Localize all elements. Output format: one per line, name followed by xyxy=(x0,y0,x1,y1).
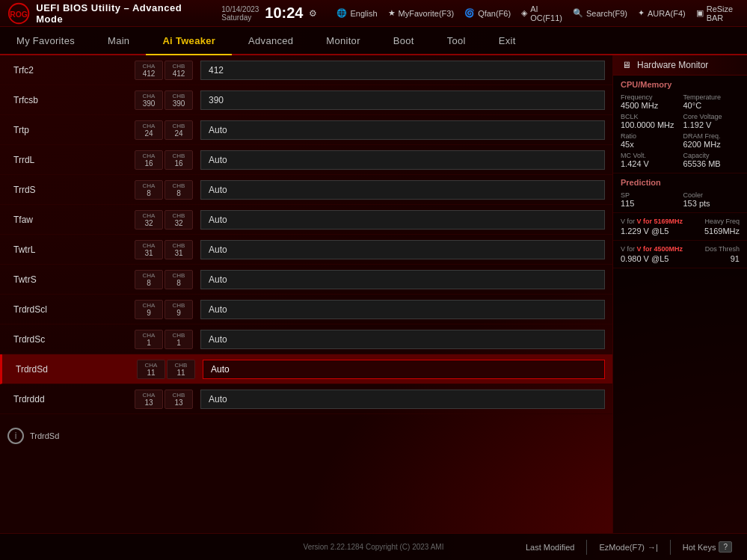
setting-value[interactable]: Auto xyxy=(200,390,605,409)
qfan-label: Qfan(F6) xyxy=(478,9,511,18)
setting-name: Trtp xyxy=(7,125,135,135)
tab-tool[interactable]: Tool xyxy=(431,27,482,55)
table-row[interactable]: TrdrdSc CHA 1 CHB 1 Auto xyxy=(0,324,612,354)
setting-name: TrdrdScl xyxy=(7,304,135,315)
myfavorite-btn[interactable]: ★ MyFavorite(F3) xyxy=(388,8,455,18)
ez-mode-btn[interactable]: EzMode(F7) →| xyxy=(599,543,657,552)
hot-keys-key: ? xyxy=(719,541,732,553)
setting-value[interactable]: Auto xyxy=(200,240,605,259)
resize-bar-btn[interactable]: ▣ ReSize BAR xyxy=(696,4,740,22)
hot-keys-btn[interactable]: Hot Keys ? xyxy=(683,541,732,553)
tab-advanced[interactable]: Advanced xyxy=(232,27,310,55)
search-btn[interactable]: 🔍 Search(F9) xyxy=(573,8,627,18)
cha-chip: CHA 24 xyxy=(135,120,163,140)
setting-value[interactable]: Auto xyxy=(203,360,605,379)
tab-monitor[interactable]: Monitor xyxy=(310,27,376,55)
hw-monitor-title: Hardware Monitor xyxy=(637,60,708,70)
ai-oc-btn[interactable]: ◈ AI OC(F11) xyxy=(521,4,562,22)
cha-chip: CHA 16 xyxy=(135,150,163,170)
prediction-section: Prediction SP 115 Cooler 153 pts xyxy=(613,173,747,213)
setting-value[interactable]: 390 xyxy=(200,90,605,110)
tab-exit[interactable]: Exit xyxy=(482,27,532,55)
cooler-item: Cooler 153 pts xyxy=(683,191,740,208)
table-row[interactable]: TrdrdScl CHA 9 CHB 9 Auto xyxy=(0,295,612,324)
table-row[interactable]: Trfc2 CHA 412 CHB 412 412 xyxy=(0,55,612,85)
tab-main[interactable]: Main xyxy=(91,27,146,55)
setting-value[interactable]: Auto xyxy=(200,270,605,289)
dram-freq-value: 6200 MHz xyxy=(683,140,740,149)
tab-favorites[interactable]: My Favorites xyxy=(0,27,91,55)
cha-chip: CHA 13 xyxy=(135,390,163,409)
main-layout: Trfc2 CHA 412 CHB 412 412 Trfcsb CHA 390… xyxy=(0,55,747,533)
aura-label: AURA(F4) xyxy=(648,9,686,18)
dram-freq-label: DRAM Freq. xyxy=(683,132,740,140)
chb-chip: CHB 8 xyxy=(165,270,193,289)
hot-keys-label: Hot Keys xyxy=(683,543,716,552)
setting-value[interactable]: Auto xyxy=(200,300,605,319)
setting-value[interactable]: Auto xyxy=(200,210,605,230)
setting-value[interactable]: 412 xyxy=(200,61,605,80)
ratio-label: Ratio xyxy=(621,132,677,140)
table-row[interactable]: Tfaw CHA 32 CHB 32 Auto xyxy=(0,205,612,235)
setting-name: TwtrL xyxy=(7,244,135,255)
settings-panel: Trfc2 CHA 412 CHB 412 412 Trfcsb CHA 390… xyxy=(0,55,613,533)
v5169-label: V for V for 5169MHz xyxy=(621,218,683,225)
time-display: 10:24 xyxy=(265,4,303,22)
chb-chip: CHB 8 xyxy=(165,180,193,200)
aura-btn[interactable]: ✦ AURA(F4) xyxy=(638,8,686,18)
chb-chip: CHB 13 xyxy=(165,390,193,409)
star-icon: ★ xyxy=(388,8,396,18)
chb-chip: CHB 412 xyxy=(165,61,193,80)
frequency-item: Frequency 4500 MHz xyxy=(621,93,677,110)
hw-monitor-header: 🖥 Hardware Monitor xyxy=(613,55,747,76)
v4500-freq-highlight: V for 4500MHz xyxy=(637,245,683,253)
capacity-item: Capacity 65536 MB xyxy=(683,152,740,168)
setting-chips: CHA 390 CHB 390 xyxy=(135,90,193,110)
info-icon[interactable]: i xyxy=(7,428,24,444)
setting-name: Tfaw xyxy=(7,215,135,225)
chb-chip: CHB 31 xyxy=(165,240,193,259)
prediction-grid: SP 115 Cooler 153 pts xyxy=(621,191,740,208)
tab-boot[interactable]: Boot xyxy=(377,27,431,55)
table-row[interactable]: TrrdS CHA 8 CHB 8 Auto xyxy=(0,175,612,205)
top-icons-bar: 🌐 English ★ MyFavorite(F3) 🌀 Qfan(F6) ◈ … xyxy=(336,4,740,22)
bottom-right: Last Modified EzMode(F7) →| Hot Keys ? xyxy=(526,540,732,555)
table-row[interactable]: TrdrdSd CHA 11 CHB 11 Auto xyxy=(0,354,612,384)
table-row[interactable]: TrrdL CHA 16 CHB 16 Auto xyxy=(0,145,612,175)
table-row[interactable]: Trfcsb CHA 390 CHB 390 390 xyxy=(0,85,612,115)
setting-name: TwtrS xyxy=(7,274,135,285)
setting-value[interactable]: Auto xyxy=(200,120,605,140)
setting-value[interactable]: Auto xyxy=(200,180,605,200)
setting-chips: CHA 16 CHB 16 xyxy=(135,150,193,170)
cooler-value: 153 pts xyxy=(683,199,740,208)
temperature-label: Temperature xyxy=(683,93,740,101)
svg-text:ROG: ROG xyxy=(10,10,28,18)
top-bar: ROG UEFI BIOS Utility – Advanced Mode 10… xyxy=(0,0,747,27)
nav-tabs: My Favorites Main Ai Tweaker Advanced Mo… xyxy=(0,27,747,55)
core-voltage-item: Core Voltage 1.192 V xyxy=(683,113,740,129)
table-row[interactable]: TwtrL CHA 31 CHB 31 Auto xyxy=(0,235,612,265)
language-selector[interactable]: 🌐 English xyxy=(336,8,377,18)
table-row[interactable]: Trtp CHA 24 CHB 24 Auto xyxy=(0,115,612,145)
table-row[interactable]: TwtrS CHA 8 CHB 8 Auto xyxy=(0,265,612,295)
bclk-item: BCLK 100.0000 MHz xyxy=(621,113,677,129)
v5169-section: V for V for 5169MHz Heavy Freq 1.229 V @… xyxy=(613,213,747,241)
tab-ai-tweaker[interactable]: Ai Tweaker xyxy=(146,27,232,55)
table-row[interactable]: Trdrddd CHA 13 CHB 13 Auto xyxy=(0,384,612,414)
cpu-memory-section: CPU/Memory Frequency 4500 MHz Temperatur… xyxy=(613,76,747,173)
ai-oc-label: AI OC(F11) xyxy=(530,4,562,22)
aura-icon: ✦ xyxy=(638,8,645,18)
logo-area: ROG UEFI BIOS Utility – Advanced Mode xyxy=(7,1,202,25)
chb-chip: CHB 1 xyxy=(165,330,193,349)
setting-chips: CHA 31 CHB 31 xyxy=(135,240,193,259)
day-text: Saturday xyxy=(221,13,259,22)
settings-gear-icon[interactable]: ⚙ xyxy=(309,8,317,19)
last-modified-btn[interactable]: Last Modified xyxy=(526,543,574,552)
setting-name: TrrdL xyxy=(7,155,135,165)
setting-value[interactable]: Auto xyxy=(200,150,605,170)
setting-value[interactable]: Auto xyxy=(200,330,605,349)
bottom-bar: Version 2.22.1284 Copyright (C) 2023 AMI… xyxy=(0,533,747,560)
mc-volt-item: MC Volt. 1.424 V xyxy=(621,152,677,168)
capacity-label: Capacity xyxy=(683,152,740,159)
qfan-btn[interactable]: 🌀 Qfan(F6) xyxy=(464,8,511,18)
